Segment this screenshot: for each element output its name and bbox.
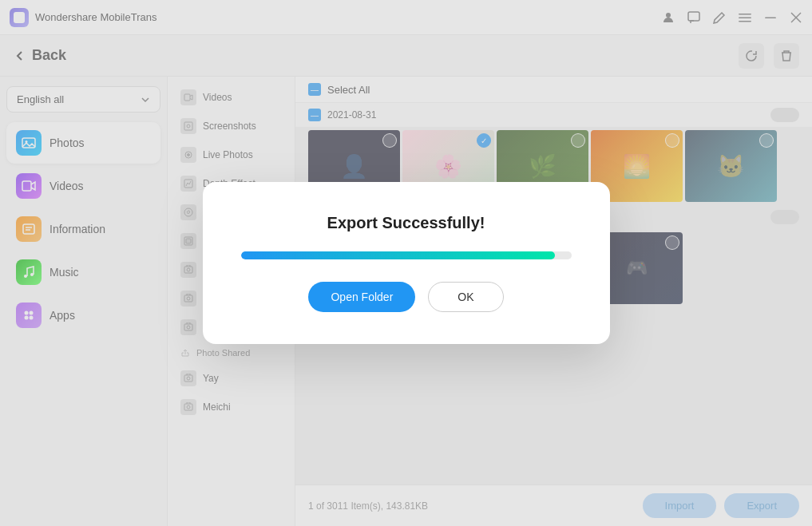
progress-bar-fill <box>241 251 555 259</box>
ok-button[interactable]: OK <box>428 282 503 312</box>
modal-title: Export Successfully! <box>327 214 485 232</box>
export-success-modal: Export Successfully! Open Folder OK <box>203 182 610 344</box>
open-folder-button[interactable]: Open Folder <box>308 282 415 312</box>
modal-overlay: Export Successfully! Open Folder OK <box>0 0 812 526</box>
progress-bar-container <box>241 251 572 259</box>
modal-actions: Open Folder OK <box>308 282 503 312</box>
